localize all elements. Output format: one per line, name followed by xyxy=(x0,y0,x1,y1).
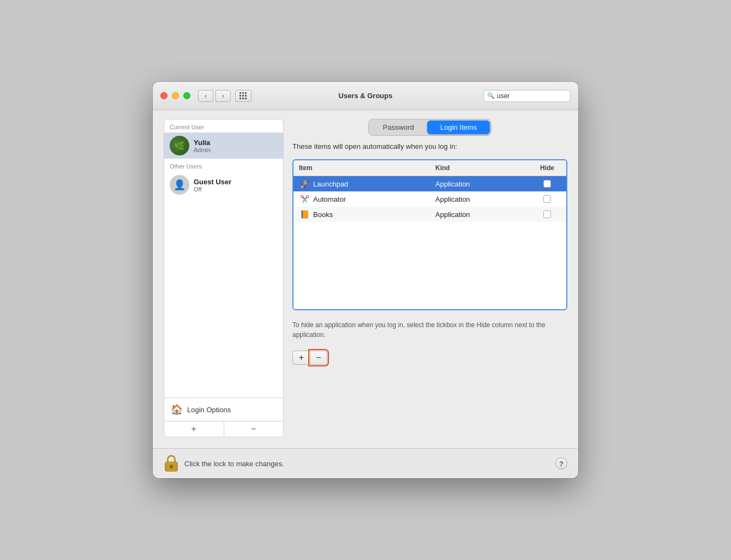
row-books-kind: Application xyxy=(430,208,528,221)
table-empty-area xyxy=(293,222,566,309)
nav-buttons: ‹ › xyxy=(198,90,231,102)
row-launchpad-kind: Application xyxy=(430,178,528,190)
launchpad-icon: 🚀 xyxy=(299,178,310,189)
search-bar: 🔍 ✕ xyxy=(483,90,571,102)
table-row[interactable]: 📙 Books Application xyxy=(293,207,566,222)
guest-status: Off xyxy=(194,186,231,192)
automator-name: Automator xyxy=(313,195,346,203)
launchpad-name: Launchpad xyxy=(313,180,348,188)
forward-button[interactable]: › xyxy=(215,90,231,102)
tab-password[interactable]: Password xyxy=(370,121,427,134)
main-window: ‹ › Users & Groups 🔍 ✕ Current User 🌿 Yu… xyxy=(153,82,578,478)
row-books-item: 📙 Books xyxy=(293,207,430,222)
titlebar: ‹ › Users & Groups 🔍 ✕ xyxy=(153,82,578,110)
tab-login-items[interactable]: Login Items xyxy=(427,121,490,134)
search-input[interactable] xyxy=(497,92,578,100)
svg-rect-3 xyxy=(165,468,178,469)
row-launchpad-item: 🚀 Launchpad xyxy=(293,176,430,191)
table-row[interactable]: ✂️ Automator Application xyxy=(293,191,566,207)
login-items-table: Item Kind Hide 🚀 Launchpad Application xyxy=(292,159,567,310)
automator-hide-checkbox[interactable] xyxy=(543,195,551,203)
help-button[interactable]: ? xyxy=(555,457,567,469)
sidebar-controls: + − xyxy=(164,421,283,437)
traffic-lights xyxy=(160,92,190,99)
avatar-guest: 👤 xyxy=(170,175,189,195)
bottom-bar: Click the lock to make changes. ? xyxy=(153,448,578,478)
row-automator-kind: Application xyxy=(430,193,528,206)
books-name: Books xyxy=(313,210,333,219)
row-automator-item: ✂️ Automator xyxy=(293,191,430,207)
search-icon: 🔍 xyxy=(487,92,495,99)
automator-icon: ✂️ xyxy=(299,194,310,204)
guest-name: Guest User xyxy=(194,178,231,186)
avatar-yulia: 🌿 xyxy=(170,136,189,155)
grid-icon xyxy=(239,92,247,100)
add-remove-buttons: + − xyxy=(292,351,567,365)
yulia-role: Admin xyxy=(194,147,211,153)
row-automator-hide xyxy=(528,193,566,205)
table-header: Item Kind Hide xyxy=(293,160,566,176)
login-options-button[interactable]: 🏠 Login Options xyxy=(164,398,283,421)
login-options-label: Login Options xyxy=(187,406,231,414)
remove-user-button[interactable]: − xyxy=(224,421,284,437)
minimize-button[interactable] xyxy=(172,92,179,99)
other-users-label: Other Users xyxy=(164,159,283,172)
close-button[interactable] xyxy=(160,92,167,99)
row-launchpad-hide xyxy=(528,178,566,190)
row-books-hide xyxy=(528,208,566,220)
window-title: Users & Groups xyxy=(339,92,393,100)
hide-note: To hide an application when you log in, … xyxy=(292,320,567,340)
sidebar: Current User 🌿 Yulia Admin Other Users 👤… xyxy=(164,119,284,437)
guest-info: Guest User Off xyxy=(194,178,231,192)
remove-login-item-button[interactable]: − xyxy=(310,351,327,365)
maximize-button[interactable] xyxy=(183,92,190,99)
add-login-item-button[interactable]: + xyxy=(292,351,310,365)
yulia-name: Yulia xyxy=(194,139,211,147)
col-header-hide: Hide xyxy=(528,162,566,173)
books-icon: 📙 xyxy=(299,209,310,220)
svg-rect-5 xyxy=(171,467,172,469)
sidebar-item-guest[interactable]: 👤 Guest User Off xyxy=(164,172,283,198)
yulia-info: Yulia Admin xyxy=(194,139,211,153)
col-header-item: Item xyxy=(293,162,430,173)
lock-icon[interactable] xyxy=(164,454,179,473)
grid-view-button[interactable] xyxy=(235,90,251,102)
books-hide-checkbox[interactable] xyxy=(543,210,551,218)
add-user-button[interactable]: + xyxy=(164,421,224,437)
tab-bar: Password Login Items xyxy=(368,119,492,136)
house-icon: 🏠 xyxy=(171,404,183,416)
login-items-description: These items will open automatically when… xyxy=(292,142,567,150)
back-button[interactable]: ‹ xyxy=(198,90,213,102)
content-area: Current User 🌿 Yulia Admin Other Users 👤… xyxy=(153,110,578,448)
col-header-kind: Kind xyxy=(430,162,528,173)
lock-svg xyxy=(164,454,179,473)
lock-text: Click the lock to make changes. xyxy=(184,460,284,468)
launchpad-hide-checkbox[interactable] xyxy=(543,180,551,188)
table-row[interactable]: 🚀 Launchpad Application xyxy=(293,176,566,191)
current-user-label: Current User xyxy=(164,119,283,133)
sidebar-item-yulia[interactable]: 🌿 Yulia Admin xyxy=(164,133,283,159)
main-panel: Password Login Items These items will op… xyxy=(292,119,567,437)
